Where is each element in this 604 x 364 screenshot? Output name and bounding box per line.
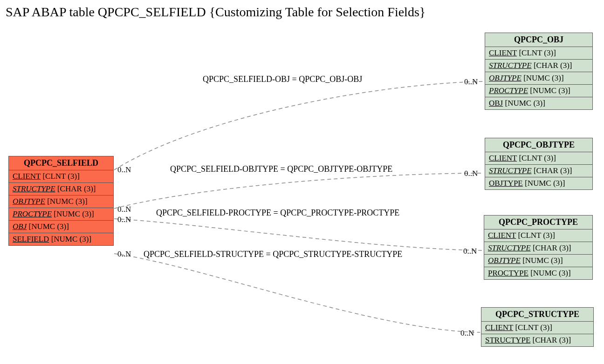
field-key: OBJ <box>13 222 27 231</box>
field-key: STRUCTYPE <box>488 243 531 252</box>
cardinality-left: 0..N <box>117 249 131 259</box>
field-key: PROCTYPE <box>13 209 52 218</box>
diagram-canvas: SAP ABAP table QPCPC_SELFIELD {Customizi… <box>0 0 604 364</box>
entity-field: STRUCTYPE [CHAR (3)] <box>485 60 592 72</box>
entity-field: STRUCTYPE [CHAR (3)] <box>9 183 113 195</box>
field-type: [CLNT (3)] <box>41 172 80 181</box>
relation-label-objtype: QPCPC_SELFIELD-OBJTYPE = QPCPC_OBJTYPE-O… <box>170 164 392 174</box>
entity-field: STRUCTYPE [CHAR (3)] <box>481 334 593 346</box>
field-key: CLIENT <box>485 323 513 332</box>
cardinality-right: 0..N <box>464 169 478 178</box>
cardinality-right: 0..N <box>464 77 478 87</box>
cardinality-left: 0..N <box>117 205 131 214</box>
field-type: [NUMC (3)] <box>522 74 564 82</box>
entity-qpcpc-objtype: QPCPC_OBJTYPE CLIENT [CLNT (3)]STRUCTYPE… <box>485 138 593 190</box>
field-key: CLIENT <box>489 154 517 162</box>
entity-field: PROCTYPE [NUMC (3)] <box>9 208 113 221</box>
field-type: [NUMC (3)] <box>49 235 91 243</box>
entity-field: OBJTYPE [NUMC (3)] <box>485 177 592 189</box>
field-type: [NUMC (3)] <box>45 197 88 206</box>
page-title: SAP ABAP table QPCPC_SELFIELD {Customizi… <box>6 5 426 20</box>
entity-header: QPCPC_SELFIELD <box>9 156 113 170</box>
field-type: [NUMC (3)] <box>528 86 570 95</box>
entity-field: OBJTYPE [NUMC (3)] <box>484 255 592 267</box>
entity-field: OBJTYPE [NUMC (3)] <box>485 72 592 85</box>
field-type: [NUMC (3)] <box>503 99 545 108</box>
field-type: [CHAR (3)] <box>532 166 572 175</box>
field-key: SELFIELD <box>13 235 49 243</box>
entity-header: QPCPC_OBJ <box>485 33 592 47</box>
entity-field: OBJ [NUMC (3)] <box>485 97 592 109</box>
entity-field: CLIENT [CLNT (3)] <box>9 170 113 183</box>
field-key: OBJTYPE <box>489 74 522 82</box>
field-key: STRUCTYPE <box>485 336 530 344</box>
entity-header: QPCPC_PROCTYPE <box>484 216 592 229</box>
entity-qpcpc-structype: QPCPC_STRUCTYPE CLIENT [CLNT (3)]STRUCTY… <box>481 307 594 347</box>
field-type: [NUMC (3)] <box>52 209 94 218</box>
field-key: OBJTYPE <box>488 256 521 265</box>
entity-field: STRUCTYPE [CHAR (3)] <box>485 165 592 177</box>
entity-field: CLIENT [CLNT (3)] <box>481 322 593 334</box>
field-key: CLIENT <box>489 48 517 57</box>
entity-field: STRUCTYPE [CHAR (3)] <box>484 242 592 255</box>
field-type: [CLNT (3)] <box>513 323 552 332</box>
field-key: OBJ <box>489 99 503 108</box>
entity-field: CLIENT [CLNT (3)] <box>484 229 592 242</box>
entity-qpcpc-proctype: QPCPC_PROCTYPE CLIENT [CLNT (3)]STRUCTYP… <box>484 215 593 280</box>
field-type: [NUMC (3)] <box>521 256 563 265</box>
entity-field: OBJTYPE [NUMC (3)] <box>9 195 113 208</box>
entity-qpcpc-selfield: QPCPC_SELFIELD CLIENT [CLNT (3)]STRUCTYP… <box>8 156 114 246</box>
field-key: PROCTYPE <box>489 86 528 95</box>
cardinality-right: 0..N <box>463 247 477 256</box>
relation-label-obj: QPCPC_SELFIELD-OBJ = QPCPC_OBJ-OBJ <box>203 74 362 84</box>
field-type: [CLNT (3)] <box>517 48 556 57</box>
field-key: PROCTYPE <box>488 269 528 277</box>
entity-field: CLIENT [CLNT (3)] <box>485 152 592 165</box>
field-type: [CLNT (3)] <box>516 231 555 240</box>
field-key: OBJTYPE <box>489 179 523 188</box>
cardinality-right: 0..N <box>460 329 474 338</box>
field-type: [CHAR (3)] <box>531 243 571 252</box>
entity-field: CLIENT [CLNT (3)] <box>485 47 592 60</box>
entity-field: OBJ [NUMC (3)] <box>9 221 113 233</box>
field-type: [CLNT (3)] <box>517 154 556 162</box>
entity-header: QPCPC_STRUCTYPE <box>481 308 593 322</box>
relation-label-structype: QPCPC_SELFIELD-STRUCTYPE = QPCPC_STRUCTY… <box>144 249 402 259</box>
field-type: [CHAR (3)] <box>532 61 572 70</box>
cardinality-left: 0..N <box>117 215 131 224</box>
field-key: STRUCTYPE <box>13 184 55 193</box>
entity-field: PROCTYPE [NUMC (3)] <box>485 85 592 97</box>
entity-qpcpc-obj: QPCPC_OBJ CLIENT [CLNT (3)]STRUCTYPE [CH… <box>485 33 593 110</box>
field-type: [NUMC (3)] <box>528 269 571 277</box>
field-key: STRUCTYPE <box>489 61 532 70</box>
entity-field: SELFIELD [NUMC (3)] <box>9 233 113 245</box>
field-key: OBJTYPE <box>13 197 45 206</box>
entity-field: PROCTYPE [NUMC (3)] <box>484 267 592 279</box>
entity-header: QPCPC_OBJTYPE <box>485 138 592 152</box>
field-type: [NUMC (3)] <box>523 179 565 188</box>
relation-label-proctype: QPCPC_SELFIELD-PROCTYPE = QPCPC_PROCTYPE… <box>156 208 399 218</box>
field-key: STRUCTYPE <box>489 166 532 175</box>
field-key: CLIENT <box>13 172 41 181</box>
field-type: [CHAR (3)] <box>530 336 571 344</box>
cardinality-left: 0..N <box>117 165 131 175</box>
field-type: [CHAR (3)] <box>55 184 96 193</box>
field-type: [NUMC (3)] <box>27 222 69 231</box>
field-key: CLIENT <box>488 231 516 240</box>
